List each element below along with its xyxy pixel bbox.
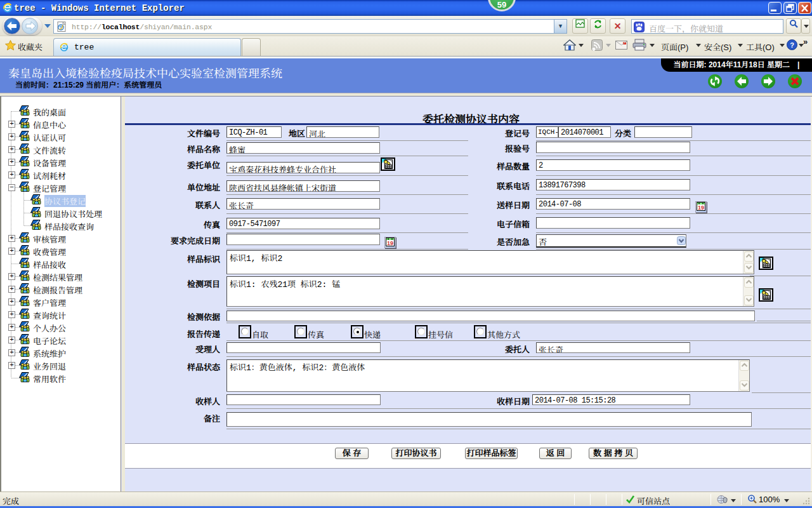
svg-text:?: ?	[790, 41, 794, 49]
svg-text:19: 19	[698, 204, 704, 211]
svg-text:19: 19	[387, 240, 393, 246]
